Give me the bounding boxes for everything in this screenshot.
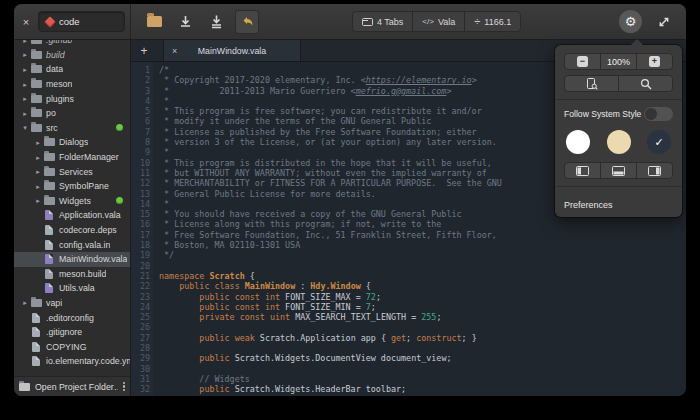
line-number: 1 [131,65,150,75]
expander-icon[interactable]: ▸ [33,139,43,146]
tree-item-widgets[interactable]: ▸Widgets [14,194,130,209]
file-icon [43,225,55,235]
tree-item-meson[interactable]: ▸meson [14,77,130,92]
tabs-icon [362,17,373,27]
expander-icon[interactable]: ▸ [20,51,30,58]
toggle-bottom-panel-button[interactable] [601,163,637,178]
tree-item-build[interactable]: ▸build [14,48,130,63]
settings-menu-button[interactable]: ⚙ [619,10,642,33]
fullscreen-button[interactable] [653,11,675,33]
zoom-out-button[interactable]: − [565,54,601,69]
popover-separator [555,186,682,187]
code-line [159,364,686,374]
code-line [159,322,686,332]
project-tab[interactable]: code [38,11,125,32]
tree-item-label: plugins [46,94,74,104]
line-number: 17 [131,230,150,240]
sidebar-scrollbar[interactable] [123,382,126,392]
language-button[interactable]: </> Vala [413,12,465,31]
tree-item-label: .editorconfig [46,313,94,323]
search-button[interactable] [619,76,672,91]
tree-item-plugins[interactable]: ▸plugins [14,91,130,106]
editor-tab[interactable]: × MainWindow.vala [163,40,301,61]
expander-icon[interactable]: ▸ [20,81,30,88]
style-swatch-light[interactable] [566,130,590,154]
expander-icon[interactable]: ▸ [33,183,43,190]
zoom-in-button[interactable]: + [637,54,672,69]
file-icon [43,269,55,279]
tree-item-label: src [46,123,58,133]
save-as-button[interactable] [204,10,228,34]
tree-item-label: meson.build [59,269,106,279]
tree-item--gitignore[interactable]: .gitignore [14,325,130,340]
save-button[interactable] [173,10,197,34]
code-line: */ [159,250,686,260]
revert-button[interactable] [235,10,259,34]
file-icon [30,327,42,337]
expander-icon[interactable]: ▸ [33,154,43,161]
open-folder-button[interactable] [142,10,166,34]
tree-item-label: data [46,64,63,74]
line-number: 5 [131,106,150,116]
tree-item-config-vala-in[interactable]: config.vala.in [14,237,130,252]
tree-item-application-vala[interactable]: Application.vala [14,208,130,223]
app-window: × code [14,4,686,396]
tree-item-dialogs[interactable]: ▸Dialogs [14,135,130,150]
line-number: 32 [131,384,150,394]
style-swatch-sepia[interactable] [607,130,631,154]
tree-item-symbolpane[interactable]: ▸SymbolPane [14,179,130,194]
expander-icon[interactable]: ▸ [20,66,30,73]
tree-item-services[interactable]: ▸Services [14,164,130,179]
folder-open-icon [147,16,162,27]
tree-item-copying[interactable]: COPYING [14,339,130,354]
preferences-menu-item[interactable]: Preferences [564,194,673,210]
check-icon: ✓ [654,136,663,149]
tree-item--editorconfig[interactable]: .editorconfig [14,310,130,325]
expander-icon[interactable]: ▸ [20,299,30,306]
tree-item-io-elementary-code-yml[interactable]: io.elementary.code.yml [14,354,130,369]
follow-system-style-toggle[interactable] [644,107,673,121]
line-number: 30 [131,364,150,374]
style-swatch-dark[interactable]: ✓ [647,130,671,154]
tree-item-src[interactable]: ▾src [14,121,130,136]
tabs-count-button[interactable]: 4 Tabs [353,12,413,31]
tree-item-meson-build[interactable]: meson.build [14,267,130,282]
code-brackets-icon: </> [422,18,434,26]
line-number: 23 [131,292,150,302]
line-number: 24 [131,302,150,312]
tree-item-vapi[interactable]: ▸vapi [14,296,130,311]
toggle-right-panel-button[interactable] [637,163,672,178]
tree-item-foldermanager[interactable]: ▸FolderManager [14,150,130,165]
toggle-knob [645,108,657,120]
expander-icon[interactable]: ▸ [20,110,30,117]
expander-icon[interactable]: ▸ [20,95,30,102]
open-project-folder-button[interactable]: Open Project Folder… [35,382,118,392]
code-line: * License along with this program; if no… [159,219,686,229]
tree-item-po[interactable]: ▸po [14,106,130,121]
tree-item-codecore-deps[interactable]: codecore.deps [14,223,130,238]
tree-item-label: Utils.vala [59,283,95,293]
expander-icon[interactable]: ▸ [33,168,43,175]
tree-item-label: COPYING [46,342,87,352]
layout-control-group [564,162,673,179]
fullscreen-icon [658,16,670,28]
tree-item-utils-vala[interactable]: Utils.vala [14,281,130,296]
line-number: 10 [131,158,150,168]
tree-item--github[interactable]: ▸.github [14,40,130,48]
project-close-button[interactable]: × [19,16,33,28]
new-tab-button[interactable]: + [131,40,157,61]
tree-item-label: io.elementary.code.yml [46,356,130,366]
git-status-badge [116,197,123,204]
project-sidebar: ▸.github▸build▸data▸meson▸plugins▸po▾src… [14,40,131,396]
expander-icon[interactable]: ▸ [33,197,43,204]
find-in-project-button[interactable] [565,76,619,91]
goto-line-button[interactable]: ÷ 1166.1 [465,12,520,31]
expander-icon[interactable]: ▸ [20,40,30,44]
expander-icon[interactable]: ▾ [20,124,30,131]
tree-item-mainwindow-vala[interactable]: MainWindow.vala [14,252,130,267]
tree-item-data[interactable]: ▸data [14,62,130,77]
toggle-left-panel-button[interactable] [565,163,601,178]
tab-close-button[interactable]: × [172,46,177,56]
find-in-page-icon [586,78,598,90]
follow-system-style-label: Follow System Style [564,109,641,119]
